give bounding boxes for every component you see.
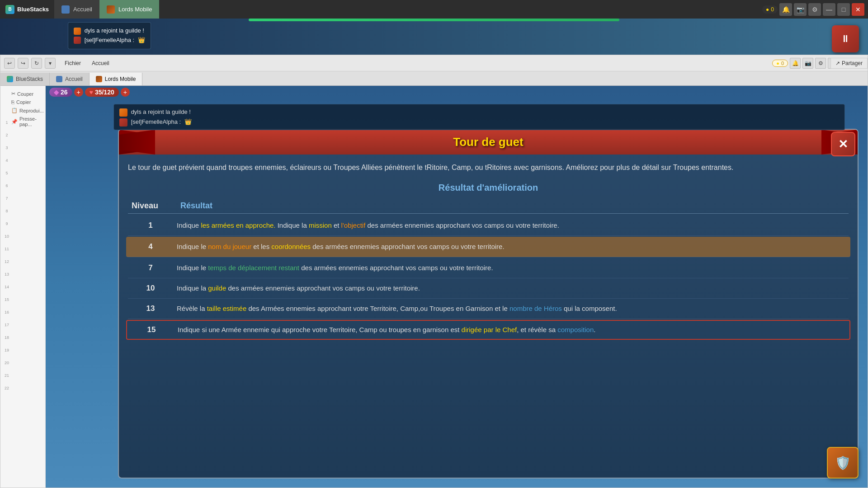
menu-fichier[interactable]: Fichier: [59, 55, 86, 71]
lords-tab-icon: [107, 5, 115, 14]
cell-level-4: 4: [128, 241, 173, 251]
line-1: 1: [5, 120, 8, 125]
inner-chat-bar: dyls a rejoint la guilde ! [sel]FemelleA…: [113, 104, 845, 130]
line-numbers: 1 2 3 4 5 6 7 8 9 10 11 12 13 14 15 16 1…: [4, 117, 9, 488]
outer-chat-text2: [sel]FemelleAlpha :: [85, 37, 135, 43]
cell-level-10: 10: [128, 283, 173, 293]
hp-add-btn[interactable]: +: [121, 88, 130, 97]
camera-btn[interactable]: 📷: [794, 3, 807, 16]
outer-window-controls: ● 0 🔔 📷 ⚙ — □ ✕: [759, 0, 868, 19]
line-12: 12: [5, 259, 9, 264]
panel-close-btn[interactable]: ✕: [831, 132, 855, 156]
bluestacks-label: BlueStacks: [17, 6, 49, 13]
bluestacks-icon: B: [5, 5, 14, 14]
line-21: 21: [5, 373, 9, 378]
menu-accueil-label: Accueil: [92, 60, 109, 66]
inner-coin-badge: ● 0: [772, 60, 788, 67]
line-17: 17: [5, 323, 9, 327]
r7-t2: temps de déplacement restant: [208, 264, 299, 272]
bs-tab-icon: [7, 76, 13, 82]
table-row-13: 13 Révèle la taille estimée des Armées e…: [128, 299, 849, 319]
th-level: Niveau: [128, 201, 173, 211]
line-13: 13: [5, 272, 9, 277]
character-icon: 🛡️: [827, 447, 859, 479]
heart-icon: ♥: [90, 89, 93, 96]
chat-icon-1: [74, 28, 81, 35]
hp-current: 35: [95, 89, 102, 96]
close-x-icon: ✕: [838, 137, 848, 151]
inner-toolbar-left: ↩ ↪ ↻ ▾: [0, 55, 59, 71]
r4-t4: coordonnées: [271, 243, 311, 250]
r13-t4: nombre de Héros: [509, 305, 562, 312]
partager-button[interactable]: ↗ Partager: [830, 58, 868, 69]
inner-chat-line2: [sel]FemelleAlpha : 👑: [119, 117, 839, 127]
r15-t1: Indique si une Armée ennemie qui approch…: [178, 326, 462, 333]
panel-title: Tour de guet: [453, 135, 524, 149]
panel-title-banner: Tour de guet: [119, 130, 858, 155]
cell-result-15: Indique si une Armée ennemie qui approch…: [174, 324, 848, 335]
line-18: 18: [5, 335, 9, 340]
line-4: 4: [5, 158, 8, 163]
sidebar-copier[interactable]: ⎘ Copier: [11, 98, 42, 106]
inner-chat-line1: dyls a rejoint la guilde !: [119, 107, 839, 117]
menu-accueil[interactable]: Accueil: [86, 55, 115, 71]
tab-home-outer-label: Accueil: [73, 6, 92, 13]
inner-sidebar: 1 2 3 4 5 6 7 8 9 10 11 12 13 14 15 16 1…: [0, 86, 46, 488]
undo-btn[interactable]: ↩: [4, 58, 15, 69]
sidebar-presse-papier[interactable]: 📌 Presse-pap...: [11, 115, 42, 128]
inner-window-controls: ● 0 🔔 📷 ⚙ — □ ✕ ↗ Partager: [769, 55, 868, 71]
hp-max: 120: [104, 89, 114, 96]
r1-t4: mission: [309, 221, 332, 229]
r15-t3: , et révèle sa: [517, 326, 557, 333]
line-11: 11: [5, 247, 9, 251]
line-8: 8: [5, 209, 8, 213]
r4-t1: Indique le: [177, 243, 208, 250]
inner-chat-icon-1: [119, 108, 127, 117]
inner-settings-btn[interactable]: ⚙: [815, 58, 826, 69]
tab-lords-outer[interactable]: Lords Mobile: [99, 0, 159, 19]
paste-icon: 📋: [11, 108, 18, 113]
partager-icon: ↗: [835, 60, 840, 66]
minimize-btn-outer[interactable]: —: [823, 3, 835, 16]
outer-coin-count: 0: [771, 6, 774, 13]
section-title: Résultat d'amélioration: [128, 183, 849, 193]
cell-level-13: 13: [128, 303, 173, 313]
cell-result-13: Révèle la taille estimée des Armées enne…: [173, 303, 849, 314]
inner-tab-lords[interactable]: Lords Mobile: [90, 73, 143, 85]
inner-chat-text2: [sel]FemelleAlpha :: [131, 118, 181, 125]
main-info-panel: Tour de guet ✕ Le tour de guet prévient …: [118, 129, 859, 479]
inner-notif-btn[interactable]: 🔔: [790, 58, 801, 69]
ribbon-left: [119, 130, 155, 155]
more-btn[interactable]: ▾: [45, 58, 56, 69]
notification-btn[interactable]: 🔔: [779, 3, 792, 16]
redo-btn[interactable]: ↪: [18, 58, 28, 69]
r10-t2: guilde: [208, 284, 226, 292]
line-2: 2: [5, 133, 8, 137]
inner-coin-icon: ●: [776, 61, 779, 66]
inner-game-content: ◆ 26 + ♥ 35/120 + dyls a rejoint la guil…: [46, 86, 868, 488]
inner-tab-bluestacks[interactable]: BlueStacks: [0, 73, 50, 85]
refresh-btn[interactable]: ↻: [31, 58, 42, 69]
close-btn-outer[interactable]: ✕: [852, 3, 864, 16]
sidebar-couper[interactable]: ✂ Couper: [11, 89, 42, 98]
tab-home-outer[interactable]: Accueil: [54, 0, 99, 19]
inner-camera-btn[interactable]: 📷: [802, 58, 813, 69]
outer-top-bar: B BlueStacks Accueil Lords Mobile ● 0 🔔 …: [0, 0, 868, 19]
settings-btn[interactable]: ⚙: [808, 3, 821, 16]
inner-tab-home[interactable]: Accueil: [50, 73, 90, 85]
maximize-btn-outer[interactable]: □: [837, 3, 850, 16]
couper-label: Couper: [17, 91, 33, 97]
line-5: 5: [5, 171, 8, 175]
inner-chat-text1: dyls a rejoint la guilde !: [131, 108, 191, 115]
sidebar-reproduire[interactable]: 📋 Reprodui...: [11, 106, 42, 115]
pause-button[interactable]: ⏸: [832, 25, 859, 52]
inner-tab-home-label: Accueil: [65, 76, 83, 82]
pause-icon: ⏸: [840, 33, 850, 45]
gem-add-btn[interactable]: +: [74, 88, 83, 97]
gem-icon: ◆: [54, 89, 59, 96]
line-14: 14: [5, 285, 9, 289]
inner-tab-bluestacks-label: BlueStacks: [16, 76, 43, 82]
home-inner-tab-icon: [56, 76, 62, 82]
cell-level-7: 7: [128, 263, 173, 272]
copy-icon: ⎘: [11, 99, 14, 105]
